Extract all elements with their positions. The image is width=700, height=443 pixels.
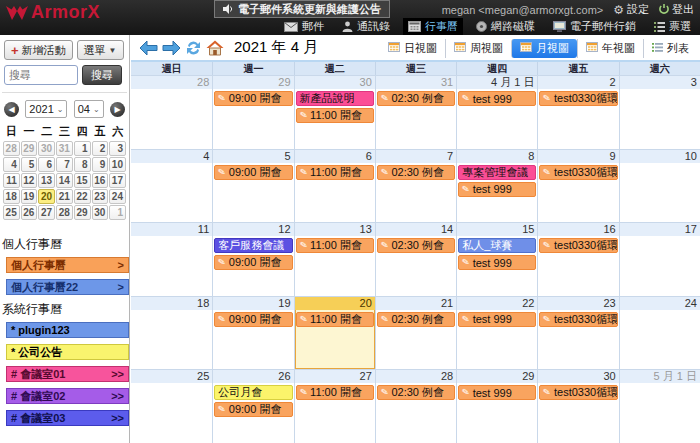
event-chip[interactable]: ✎02:30 例會 xyxy=(377,312,455,327)
event-chip[interactable]: ✎11:00 開會 xyxy=(296,385,374,400)
day-cell-5 月 1 日[interactable]: 5 月 1 日 xyxy=(619,370,700,443)
calendar-list-item[interactable]: * plugin123 xyxy=(6,322,129,338)
event-chip[interactable]: ✎09:00 開會 xyxy=(214,255,292,270)
event-chip[interactable]: 新產品說明 xyxy=(296,91,374,106)
mini-day-15[interactable]: 15 xyxy=(74,173,91,188)
tab-mail[interactable]: 郵件 xyxy=(279,18,329,35)
tab-contacts[interactable]: 通訊錄 xyxy=(337,18,395,35)
mini-day-26[interactable]: 26 xyxy=(21,205,38,220)
calendar-list-item[interactable]: # 會議室03>> xyxy=(6,410,129,426)
event-chip[interactable]: ✎test 999 xyxy=(458,385,536,400)
refresh-button[interactable] xyxy=(185,40,202,56)
day-cell-5[interactable]: 5✎09:00 開會 xyxy=(212,150,293,223)
event-chip[interactable]: ✎09:00 開會 xyxy=(214,91,292,106)
forward-button[interactable] xyxy=(162,40,181,56)
home-button[interactable] xyxy=(206,40,224,56)
event-chip[interactable]: ✎09:00 開會 xyxy=(214,312,292,327)
day-cell-31[interactable]: 31✎02:30 例會 xyxy=(375,76,456,149)
view-button-month-view[interactable]: 月視圖 xyxy=(511,39,577,58)
event-chip[interactable]: 私人_球賽 xyxy=(458,238,536,253)
mini-day-16[interactable]: 16 xyxy=(92,173,109,188)
mini-day-24[interactable]: 24 xyxy=(109,189,126,204)
event-chip[interactable]: ✎11:00 開會 xyxy=(296,238,374,253)
day-cell-6[interactable]: 6✎11:00 開會 xyxy=(294,150,375,223)
month-select[interactable]: 04 ⌄ xyxy=(74,100,104,118)
event-chip[interactable]: ✎02:30 例會 xyxy=(377,165,455,180)
mini-day-23[interactable]: 23 xyxy=(92,189,109,204)
day-cell-4[interactable]: 4 xyxy=(131,150,212,223)
day-cell-17[interactable]: 17 xyxy=(619,223,700,296)
event-chip[interactable]: ✎test0330循環 xyxy=(539,385,617,400)
day-cell-18[interactable]: 18 xyxy=(131,297,212,370)
mini-day-13[interactable]: 13 xyxy=(38,173,55,188)
day-cell-23[interactable]: 23✎test0330循環 xyxy=(537,297,618,370)
mini-day-30[interactable]: 30 xyxy=(38,141,55,156)
day-cell-12[interactable]: 12客戶服務會議✎09:00 開會 xyxy=(212,223,293,296)
tab-email-marketing[interactable]: 電子郵件行銷 xyxy=(548,18,641,35)
mini-day-1[interactable]: 1 xyxy=(74,141,91,156)
event-chip[interactable]: ✎02:30 例會 xyxy=(377,385,455,400)
tab-calendar[interactable]: 行事曆 xyxy=(403,18,463,35)
mini-day-29[interactable]: 29 xyxy=(21,141,38,156)
day-cell-21[interactable]: 21✎02:30 例會 xyxy=(375,297,456,370)
mini-day-4[interactable]: 4 xyxy=(3,157,20,172)
menu-button[interactable]: 選單 ▼ xyxy=(77,40,124,60)
event-chip[interactable]: 客戶服務會議 xyxy=(214,238,292,253)
mini-day-5[interactable]: 5 xyxy=(21,157,38,172)
mini-day-10[interactable]: 10 xyxy=(109,157,126,172)
day-cell-8[interactable]: 8專案管理會議✎test 999 xyxy=(456,150,537,223)
next-month-button[interactable]: ▶ xyxy=(110,102,125,117)
event-chip[interactable]: ✎test 999 xyxy=(458,91,536,106)
day-cell-29[interactable]: 29✎test 999 xyxy=(456,370,537,443)
calendar-list-item[interactable]: 個人行事曆22> xyxy=(6,279,129,295)
day-cell-3[interactable]: 3 xyxy=(619,76,700,149)
view-button-list-view[interactable]: 列表 xyxy=(643,39,697,58)
mini-day-2[interactable]: 2 xyxy=(92,141,109,156)
day-cell-28[interactable]: 28 xyxy=(131,76,212,149)
day-cell-22[interactable]: 22✎test 999 xyxy=(456,297,537,370)
day-cell-30[interactable]: 30✎test0330循環 xyxy=(537,370,618,443)
day-cell-20[interactable]: 20✎11:00 開會 xyxy=(294,297,375,370)
day-cell-26[interactable]: 26公司月會✎09:00 開會 xyxy=(212,370,293,443)
announcement-banner[interactable]: 電子郵件系統更新與維護公告 xyxy=(214,0,390,18)
view-button-week-view[interactable]: 周視圖 xyxy=(445,39,511,58)
day-cell-27[interactable]: 27✎11:00 開會 xyxy=(294,370,375,443)
day-cell-30[interactable]: 30新產品說明✎11:00 開會 xyxy=(294,76,375,149)
day-cell-11[interactable]: 11 xyxy=(131,223,212,296)
mini-day-25[interactable]: 25 xyxy=(3,205,20,220)
calendar-list-item[interactable]: 個人行事曆> xyxy=(6,257,129,273)
tab-vote[interactable]: 票選 xyxy=(649,18,696,35)
day-cell-19[interactable]: 19✎09:00 開會 xyxy=(212,297,293,370)
event-chip[interactable]: ✎test0330循環 xyxy=(539,238,617,253)
settings-button[interactable]: ⚙ 設定 xyxy=(613,2,649,17)
event-chip[interactable]: 專案管理會議 xyxy=(458,165,536,180)
mini-day-12[interactable]: 12 xyxy=(21,173,38,188)
event-chip[interactable]: ✎test0330循環 xyxy=(539,312,617,327)
mini-day-22[interactable]: 22 xyxy=(74,189,91,204)
event-chip[interactable]: ✎02:30 例會 xyxy=(377,91,455,106)
new-event-button[interactable]: + 新增活動 xyxy=(4,40,73,60)
view-button-day-view[interactable]: 日視圖 xyxy=(380,39,445,58)
logout-button[interactable]: 登出 xyxy=(659,2,694,17)
mini-day-30[interactable]: 30 xyxy=(92,205,109,220)
tab-network-disk[interactable]: 網路磁碟 xyxy=(471,18,540,35)
event-chip[interactable]: ✎02:30 例會 xyxy=(377,238,455,253)
mini-day-29[interactable]: 29 xyxy=(74,205,91,220)
mini-day-21[interactable]: 21 xyxy=(56,189,73,204)
day-cell-14[interactable]: 14✎02:30 例會 xyxy=(375,223,456,296)
day-cell-16[interactable]: 16✎test0330循環 xyxy=(537,223,618,296)
calendar-list-item[interactable]: * 公司公告 xyxy=(6,344,129,360)
search-button[interactable]: 搜尋 xyxy=(82,65,122,85)
event-chip[interactable]: ✎09:00 開會 xyxy=(214,165,292,180)
day-cell-29[interactable]: 29✎09:00 開會 xyxy=(212,76,293,149)
day-cell-4 月 1 日[interactable]: 4 月 1 日✎test 999 xyxy=(456,76,537,149)
mini-day-8[interactable]: 8 xyxy=(74,157,91,172)
day-cell-25[interactable]: 25 xyxy=(131,370,212,443)
back-button[interactable] xyxy=(139,40,158,56)
day-cell-28[interactable]: 28✎02:30 例會 xyxy=(375,370,456,443)
mini-day-17[interactable]: 17 xyxy=(109,173,126,188)
day-cell-15[interactable]: 15私人_球賽✎test 999 xyxy=(456,223,537,296)
day-cell-9[interactable]: 9✎test0330循環 xyxy=(537,150,618,223)
mini-day-31[interactable]: 31 xyxy=(56,141,73,156)
event-chip[interactable]: ✎09:00 開會 xyxy=(214,402,292,417)
